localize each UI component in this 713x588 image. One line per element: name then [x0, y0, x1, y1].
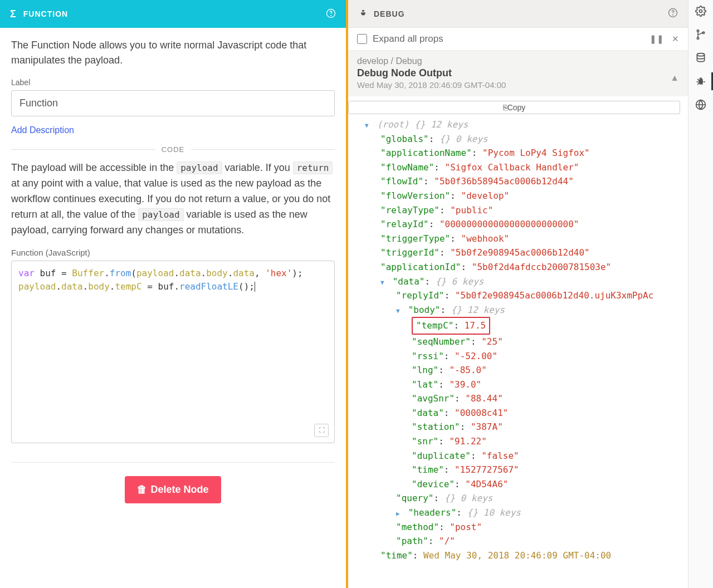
label-input[interactable] — [11, 90, 335, 116]
function-title: FUNCTION — [23, 9, 326, 18]
globe-icon[interactable] — [695, 99, 706, 110]
svg-point-3 — [673, 14, 673, 15]
svg-point-1 — [331, 15, 331, 16]
gear-icon[interactable] — [695, 6, 706, 17]
debug-meta: develop / Debug Debug Node Output Wed Ma… — [348, 51, 688, 96]
code-editor[interactable]: var buf = Buffer.from(payload.data.body.… — [11, 261, 335, 443]
database-icon[interactable] — [695, 52, 706, 63]
code-description: The payload will be accessible in the pa… — [11, 160, 335, 238]
output-title: Debug Node Output — [357, 67, 679, 79]
help-icon[interactable] — [326, 8, 336, 20]
copy-button[interactable]: ⎘Copy — [348, 101, 680, 114]
sigma-icon: Σ — [10, 8, 17, 20]
expand-all-checkbox[interactable] — [357, 34, 367, 44]
bug-icon — [358, 8, 368, 19]
svg-point-6 — [697, 37, 699, 39]
debug-panel: DEBUG Expand all props ❚❚ ✕ develop / De… — [348, 0, 688, 588]
code-separator: CODE — [11, 145, 335, 154]
debug-title: DEBUG — [374, 9, 405, 18]
intro-text: The Function Node allows you to write no… — [11, 38, 335, 68]
help-icon[interactable] — [668, 8, 678, 19]
add-description-link[interactable]: Add Description — [11, 125, 335, 135]
debug-header: DEBUG — [348, 0, 688, 28]
function-header: Σ FUNCTION — [0, 0, 346, 28]
right-icon-rail — [688, 0, 713, 588]
bug-icon[interactable] — [695, 76, 706, 87]
close-button[interactable]: ✕ — [672, 34, 679, 44]
trash-icon: 🗑 — [137, 484, 147, 495]
svg-point-5 — [697, 30, 699, 32]
delete-node-button[interactable]: 🗑Delete Node — [125, 476, 221, 503]
json-tree[interactable]: ▼ (root) {} 12 keys "globals": {} 0 keys… — [348, 114, 688, 574]
collapse-icon[interactable]: ▲ — [670, 73, 679, 83]
expand-all-label: Expand all props — [373, 33, 443, 45]
expand-editor-button[interactable]: ⛶ — [314, 424, 329, 437]
divider — [11, 462, 335, 463]
svg-point-4 — [700, 10, 702, 13]
label-field-label: Label — [11, 78, 335, 87]
editor-label: Function (JavaScript) — [11, 248, 335, 257]
debug-controls: Expand all props ❚❚ ✕ — [348, 28, 688, 51]
function-node-panel: Σ FUNCTION The Function Node allows you … — [0, 0, 348, 588]
branch-icon[interactable] — [695, 29, 706, 40]
pause-button[interactable]: ❚❚ — [649, 34, 664, 44]
breadcrumb: develop / Debug — [357, 56, 679, 66]
svg-point-8 — [697, 53, 704, 56]
output-timestamp: Wed May 30, 2018 20:46:09 GMT-04:00 — [357, 80, 679, 90]
highlighted-tempc: "tempC": 17.5 — [412, 317, 490, 335]
